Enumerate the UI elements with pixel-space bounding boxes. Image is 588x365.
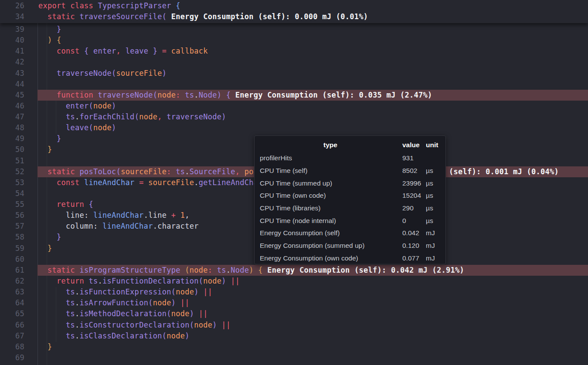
line-content[interactable]: ts.isFunctionExpression(node) || (37, 287, 588, 297)
profiler-annotation[interactable]: Energy Consumption (self): 0.000 mJ (0.0… (167, 12, 368, 21)
code-line-44[interactable]: 44 (0, 79, 588, 90)
line-number[interactable]: 41 (0, 46, 24, 57)
line-number[interactable]: 40 (0, 35, 24, 46)
line-number[interactable]: 64 (0, 297, 24, 308)
tooltip-header-value: value (401, 141, 426, 149)
line-content[interactable]: traverseNode(sourceFile) (37, 68, 588, 79)
code-token: isMethodDeclaration (80, 309, 167, 318)
line-content[interactable]: ts.isMethodDeclaration(node) || (37, 308, 588, 319)
line-number[interactable]: 51 (0, 155, 24, 166)
line-number[interactable]: 47 (0, 112, 24, 122)
line-number[interactable]: 57 (0, 221, 24, 232)
line-content[interactable]: ts.isClassDeclaration(node) (37, 331, 588, 341)
line-content[interactable]: const { enter, leave } = callback (37, 46, 588, 57)
line-number[interactable]: 62 (0, 276, 24, 287)
code-token (38, 321, 66, 329)
code-token: , (235, 167, 245, 176)
code-line-45[interactable]: 45 function traverseNode(node: ts.Node) … (0, 90, 588, 101)
line-content[interactable] (37, 352, 588, 363)
line-content[interactable] (37, 57, 588, 68)
line-content[interactable] (37, 79, 588, 90)
line-content[interactable]: } (37, 341, 588, 352)
line-number[interactable]: 44 (0, 79, 24, 90)
code-line-64[interactable]: 64 ts.isArrowFunction(node) || (0, 297, 588, 308)
line-number[interactable]: 26 (0, 0, 24, 11)
line-number[interactable]: 50 (0, 144, 24, 155)
line-number[interactable]: 34 (0, 11, 24, 22)
line-number[interactable]: 49 (0, 133, 24, 144)
code-token: = (139, 178, 148, 187)
line-content[interactable]: } (37, 24, 588, 35)
line-number[interactable]: 39 (0, 24, 24, 35)
code-line-42[interactable]: 42 (0, 57, 588, 68)
code-line-68[interactable]: 68 } (0, 341, 588, 352)
line-number[interactable]: 42 (0, 57, 24, 68)
line-number[interactable]: 48 (0, 122, 24, 133)
line-number[interactable]: 56 (0, 210, 24, 221)
line-content[interactable]: enter(node) (37, 101, 588, 112)
line-content[interactable]: ts.forEachChild(node, traverseNode) (37, 112, 588, 122)
code-line-66[interactable]: 66 ts.isConstructorDeclaration(node) || (0, 320, 588, 331)
code-token: node (167, 331, 185, 340)
line-number[interactable]: 55 (0, 199, 24, 210)
code-line-48[interactable]: 48 leave(node) (0, 122, 588, 133)
code-line-46[interactable]: 46 enter(node) (0, 101, 588, 112)
line-number[interactable]: 61 (0, 265, 24, 276)
sticky-scroll[interactable]: 26export class TypescriptParser {34 stat… (0, 0, 588, 23)
code-token (38, 69, 57, 78)
line-number[interactable]: 66 (0, 320, 24, 331)
code-token: ( (116, 167, 121, 176)
line-content[interactable]: function traverseNode(node: ts.Node) { E… (37, 90, 588, 101)
line-content[interactable]: export class TypescriptParser { (37, 0, 588, 11)
code-line-67[interactable]: 67 ts.isClassDeclaration(node) (0, 331, 588, 341)
line-number[interactable]: 53 (0, 177, 24, 188)
code-token: ts (89, 277, 98, 285)
line-number[interactable]: 45 (0, 90, 24, 101)
line-number[interactable]: 68 (0, 341, 24, 352)
tooltip-cell-unit: µs (426, 167, 441, 175)
code-line-69[interactable]: 69 (0, 352, 588, 363)
code-token: ) (185, 331, 190, 340)
code-line-40[interactable]: 40 ) { (0, 35, 588, 46)
code-token: node (171, 309, 190, 318)
code-token: ( (153, 91, 158, 99)
line-number[interactable]: 58 (0, 232, 24, 243)
tooltip-row: CPU Time (summed up)23996µs (260, 177, 441, 189)
line-content[interactable]: ) { (37, 35, 588, 46)
code-line-41[interactable]: 41 const { enter, leave } = callback (0, 46, 588, 57)
line-content[interactable]: return ts.isFunctionDeclaration(node) || (37, 276, 588, 287)
code-line-43[interactable]: 43 traverseNode(sourceFile) (0, 68, 588, 79)
tooltip-cell-unit: mJ (426, 229, 441, 237)
line-number[interactable]: 63 (0, 287, 24, 297)
code-token: + (171, 211, 180, 220)
code-line-65[interactable]: 65 ts.isMethodDeclaration(node) || (0, 308, 588, 319)
line-number[interactable]: 43 (0, 68, 24, 79)
code-line-61[interactable]: 61 static isProgramStructureType (node: … (0, 265, 588, 276)
line-number[interactable]: 67 (0, 331, 24, 341)
code-token: ts (66, 321, 75, 329)
line-content[interactable]: leave(node) (37, 122, 588, 133)
profiler-annotation[interactable]: Energy Consumption (self): 0.042 mJ (2.9… (263, 266, 464, 274)
line-number[interactable]: 59 (0, 243, 24, 254)
line-content[interactable]: ts.isConstructorDeclaration(node) || (37, 320, 588, 331)
profiler-annotation[interactable]: Energy Consumption (self): 0.035 mJ (2.4… (231, 91, 432, 99)
code-line-62[interactable]: 62 return ts.isFunctionDeclaration(node)… (0, 276, 588, 287)
code-line-39[interactable]: 39 } (0, 24, 588, 35)
line-number[interactable]: 52 (0, 166, 24, 177)
line-number[interactable]: 69 (0, 352, 24, 363)
code-line-26[interactable]: 26export class TypescriptParser { (0, 0, 588, 11)
tooltip-row: CPU Time (self)8502µs (260, 165, 441, 177)
code-line-34[interactable]: 34 static traverseSourceFile( Energy Con… (0, 11, 588, 22)
line-content[interactable]: ts.isArrowFunction(node) || (37, 297, 588, 308)
code-line-63[interactable]: 63 ts.isFunctionExpression(node) || (0, 287, 588, 297)
line-number[interactable]: 54 (0, 188, 24, 199)
line-number[interactable]: 46 (0, 101, 24, 112)
line-content[interactable]: static traverseSourceFile( Energy Consum… (37, 11, 588, 22)
line-number[interactable]: 65 (0, 308, 24, 319)
code-token: ts (66, 287, 75, 296)
line-content[interactable]: static isProgramStructureType (node: ts.… (37, 265, 588, 276)
code-token: ( (112, 69, 116, 78)
line-number[interactable]: 60 (0, 254, 24, 265)
code-line-47[interactable]: 47 ts.forEachChild(node, traverseNode) (0, 112, 588, 122)
code-token: ts (185, 91, 194, 99)
